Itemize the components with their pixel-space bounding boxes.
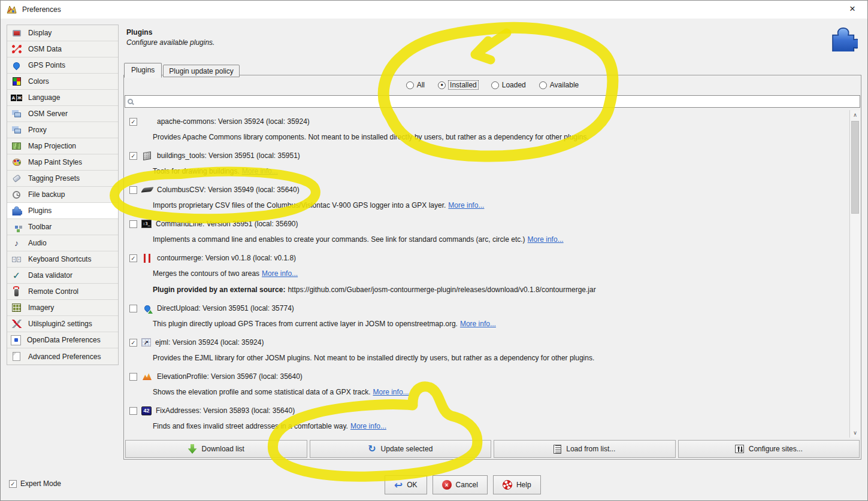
plugins-tab-panel: All ●Installed Loaded Available ✓apache-… bbox=[123, 75, 861, 460]
app-logo-icon bbox=[7, 5, 17, 14]
proxy-icon bbox=[11, 125, 22, 135]
scroll-up-icon[interactable]: ∧ bbox=[850, 110, 860, 120]
columbuscsv-icon bbox=[141, 184, 153, 195]
plugin-toolbar: Download list ↻Update selected Load from… bbox=[125, 439, 860, 459]
plugin-checkbox[interactable] bbox=[129, 373, 137, 381]
plugin-entry-contourmerge: ✓contourmerge: Version v0.1.8 (local: v0… bbox=[125, 250, 849, 297]
sidebar-item-map-projection[interactable]: Map Projection bbox=[7, 138, 118, 154]
search-icon bbox=[128, 99, 133, 104]
configure-sites-button[interactable]: Configure sites... bbox=[678, 440, 860, 458]
tab-strip: Plugins Plugin update policy bbox=[124, 63, 240, 77]
plugin-entry-buildings-tools: ✓buildings_tools: Version 35951 (local: … bbox=[125, 148, 849, 179]
page-subtitle: Configure available plugins. bbox=[126, 38, 214, 47]
dialog-buttons: ↩OK ×Cancel Help bbox=[385, 475, 541, 494]
sidebar-item-osm-data[interactable]: OSM Data bbox=[7, 41, 118, 57]
language-icon: AЖ bbox=[11, 92, 22, 103]
scrollbar-thumb[interactable] bbox=[851, 121, 859, 214]
sidebar-item-opendata[interactable]: OpenData Preferences bbox=[7, 332, 118, 348]
plugins-icon bbox=[11, 205, 22, 216]
sidebar-item-gps-points[interactable]: GPS Points bbox=[7, 57, 118, 74]
plugin-entry-fixaddresses: 42FixAddresses: Version 35893 (local: 35… bbox=[125, 403, 849, 434]
sidebar-item-display[interactable]: Display bbox=[7, 25, 118, 41]
sidebar-item-data-validator[interactable]: ✓Data validator bbox=[7, 268, 118, 284]
sidebar-item-proxy[interactable]: Proxy bbox=[7, 122, 118, 138]
radio-installed[interactable]: ●Installed bbox=[438, 81, 478, 89]
download-list-button[interactable]: Download list bbox=[125, 440, 307, 458]
fixaddresses-icon: 42 bbox=[141, 406, 152, 415]
radio-loaded[interactable]: Loaded bbox=[491, 81, 526, 89]
close-icon[interactable]: × bbox=[843, 1, 861, 17]
file-backup-icon bbox=[11, 189, 22, 200]
more-info-link[interactable]: More info... bbox=[262, 269, 298, 278]
radio-available[interactable]: Available bbox=[539, 81, 579, 89]
plugin-checkbox[interactable] bbox=[129, 305, 137, 312]
sidebar-item-toolbar[interactable]: Toolbar bbox=[7, 219, 118, 235]
plugin-entry-commandline: :3_CommandLine: Version 35951 (local: 35… bbox=[125, 216, 849, 247]
more-info-link[interactable]: More info... bbox=[448, 201, 484, 209]
radio-dot: ● bbox=[438, 81, 446, 89]
more-info-link[interactable]: More info... bbox=[242, 167, 278, 175]
plugin-entry-ejml: ✓↗ejml: Version 35924 (local: 35924) Pro… bbox=[125, 335, 849, 366]
more-info-link[interactable]: More info... bbox=[350, 422, 386, 430]
expert-mode-toggle[interactable]: ✓ Expert Mode bbox=[9, 479, 61, 488]
radio-dot bbox=[539, 81, 547, 89]
plugin-entry-elevationprofile: ElevationProfile: Version 35967 (local: … bbox=[125, 369, 849, 400]
load-from-list-button[interactable]: Load from list... bbox=[494, 440, 676, 458]
sidebar-item-utilsplugin2[interactable]: Utilsplugin2 settings bbox=[7, 316, 118, 332]
ok-arrow-icon: ↩ bbox=[394, 480, 403, 490]
radio-dot bbox=[491, 81, 499, 89]
sidebar-item-tagging-presets[interactable]: Tagging Presets bbox=[7, 171, 118, 187]
search-input[interactable] bbox=[135, 98, 860, 106]
remote-control-icon bbox=[11, 286, 22, 297]
sidebar-item-imagery[interactable]: Imagery bbox=[7, 300, 118, 316]
plugin-entry-columbuscsv: ColumbusCSV: Version 35949 (local: 35640… bbox=[125, 182, 849, 213]
refresh-icon: ↻ bbox=[368, 444, 376, 454]
toolbar-icon bbox=[11, 221, 22, 232]
title-bar: Preferences × bbox=[1, 1, 867, 19]
plugin-filter-radios: All ●Installed Loaded Available bbox=[124, 81, 861, 89]
apache-commons-icon bbox=[141, 116, 153, 127]
scroll-down-icon[interactable]: ∨ bbox=[850, 428, 860, 438]
cancel-button[interactable]: ×Cancel bbox=[433, 475, 488, 494]
plugin-entry-apache-commons: ✓apache-commons: Version 35924 (local: 3… bbox=[125, 114, 849, 145]
more-info-link[interactable]: More info... bbox=[460, 320, 496, 328]
expert-mode-checkbox[interactable]: ✓ bbox=[9, 480, 17, 488]
update-selected-button[interactable]: ↻Update selected bbox=[310, 440, 492, 458]
map-paint-styles-icon bbox=[11, 157, 22, 168]
plugin-checkbox[interactable]: ✓ bbox=[129, 339, 137, 347]
plugin-search-box bbox=[125, 95, 860, 108]
sidebar-item-remote-control[interactable]: Remote Control bbox=[7, 284, 118, 300]
sidebar-item-advanced-preferences[interactable]: Advanced Preferences bbox=[7, 348, 118, 365]
sidebar-item-audio[interactable]: ♪Audio bbox=[7, 235, 118, 251]
plugin-checkbox[interactable]: ✓ bbox=[129, 118, 137, 126]
plugin-checkbox[interactable] bbox=[129, 407, 137, 415]
plugin-checkbox[interactable]: ✓ bbox=[129, 254, 137, 262]
sidebar-item-file-backup[interactable]: File backup bbox=[7, 187, 118, 203]
sidebar-item-osm-server[interactable]: OSM Server bbox=[7, 106, 118, 122]
ok-button[interactable]: ↩OK bbox=[385, 475, 427, 494]
tab-plugin-update-policy[interactable]: Plugin update policy bbox=[163, 65, 239, 77]
tab-plugins[interactable]: Plugins bbox=[124, 63, 162, 78]
plugin-list: ✓apache-commons: Version 35924 (local: 3… bbox=[125, 110, 849, 438]
sidebar-item-language[interactable]: AЖLanguage bbox=[7, 90, 118, 106]
plugin-checkbox[interactable] bbox=[129, 220, 137, 228]
help-button[interactable]: Help bbox=[493, 475, 541, 494]
plugin-checkbox[interactable]: ✓ bbox=[129, 152, 137, 160]
sidebar-item-map-paint-styles[interactable]: Map Paint Styles bbox=[7, 154, 118, 171]
radio-all[interactable]: All bbox=[406, 81, 425, 89]
plugin-checkbox[interactable] bbox=[129, 186, 137, 194]
radio-dot bbox=[406, 81, 414, 89]
utilsplugin2-icon bbox=[11, 318, 22, 329]
sidebar-item-keyboard-shortcuts[interactable]: vxKeyboard Shortcuts bbox=[7, 251, 118, 268]
colors-icon bbox=[11, 76, 22, 87]
display-icon bbox=[11, 28, 22, 38]
more-info-link[interactable]: More info... bbox=[528, 235, 564, 244]
advanced-preferences-icon bbox=[11, 351, 22, 362]
more-info-link[interactable]: More info... bbox=[373, 388, 409, 396]
list-document-icon bbox=[554, 445, 561, 454]
sidebar-item-plugins[interactable]: Plugins bbox=[7, 203, 118, 219]
sidebar-item-colors[interactable]: Colors bbox=[7, 74, 118, 90]
plugin-entry-partial bbox=[125, 437, 849, 438]
download-icon bbox=[188, 444, 197, 454]
list-scrollbar[interactable]: ∧ ∨ bbox=[849, 110, 860, 438]
